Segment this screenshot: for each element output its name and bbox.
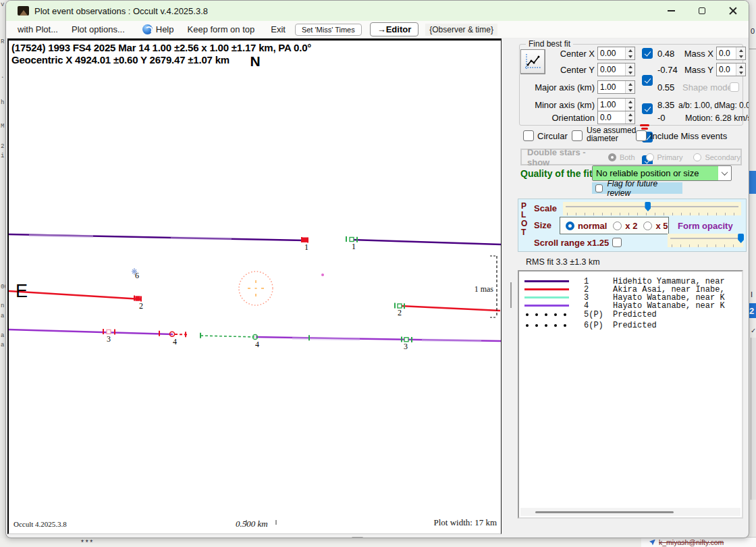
orientation-spinner[interactable]: 0.0	[597, 111, 635, 124]
spin-arrows-icon[interactable]	[625, 111, 634, 124]
spin-arrows-icon[interactable]	[625, 47, 634, 59]
maximize-button[interactable]	[686, 1, 718, 21]
slider-thumb[interactable]	[738, 234, 744, 243]
help-icon	[142, 24, 153, 34]
radio-icon	[608, 153, 616, 161]
email-text: k_miyash@nifty.com	[659, 538, 724, 546]
menu-exit[interactable]: Exit	[267, 22, 290, 36]
radio-icon	[613, 222, 622, 230]
fit-chart-button[interactable]	[520, 49, 545, 74]
legend-dot-swatch	[535, 313, 538, 316]
center-x-checkbox[interactable]	[642, 48, 653, 59]
background-left-fragment: h	[1, 99, 4, 106]
assumed-diameter-checkbox[interactable]	[572, 130, 583, 141]
mass-y-spinner[interactable]: 0.0	[716, 63, 746, 76]
legend-scrollbar-thumb[interactable]	[535, 511, 674, 513]
form-opacity-slider[interactable]	[668, 234, 743, 247]
menu-with-plot[interactable]: with Plot...	[14, 22, 62, 36]
center-y-spinner[interactable]: 0.00	[597, 63, 635, 76]
form-opacity-label: Form opacity	[678, 221, 733, 231]
right-fragment-scrollbar	[751, 338, 756, 500]
legend-entry-number: 5(P)	[584, 310, 603, 319]
background-email-fragment: k_miyash@nifty.com	[641, 537, 756, 547]
legend-scrollbar[interactable]	[520, 508, 740, 516]
major-axis-spinner[interactable]: 1.00	[597, 80, 635, 94]
motion-label: Motion: 6.28 km/s	[685, 113, 749, 123]
spin-arrows-icon[interactable]	[625, 99, 634, 111]
orientation-label: Orientation	[519, 113, 595, 123]
editor-button[interactable]: →Editor	[370, 22, 419, 36]
radio-icon	[566, 222, 574, 230]
legend-row: 5(P)Predicted	[519, 310, 742, 319]
menu-help[interactable]: Help	[138, 22, 178, 36]
circular-checkbox[interactable]	[523, 130, 534, 141]
plot-title-line1: (17524) 1993 FS4 2025 Mar 14 1.00 ±2.56 …	[11, 42, 311, 53]
plot-letter-t: T	[521, 228, 526, 237]
occult-plot-window: Plot event observations : Occult v.4.202…	[5, 0, 749, 538]
menu-plot-options[interactable]: Plot options...	[68, 22, 129, 36]
plot-title-line2: Geocentric X 4924.01 ±0.60 Y 2679.47 ±1.…	[11, 54, 230, 66]
background-window-right-strip: 0 I ✓	[749, 0, 756, 547]
major-axis-fit-value: 0.55	[657, 82, 674, 93]
panel-splitter[interactable]	[510, 282, 512, 308]
legend-entry-name: Predicted	[613, 310, 657, 319]
minimize-button[interactable]	[655, 1, 686, 21]
bottom-asterisks: * * *	[81, 539, 92, 546]
spin-arrows-icon[interactable]	[736, 47, 745, 59]
svg-text:E: E	[16, 281, 28, 301]
include-miss-label: Include Miss events	[650, 131, 727, 141]
include-miss-checkbox[interactable]	[636, 130, 647, 141]
legend-dot-swatch	[564, 313, 566, 316]
center-x-spinner[interactable]: 0.00	[597, 47, 635, 60]
radio-icon	[693, 153, 701, 161]
set-miss-times-button[interactable]: Set 'Miss' Times	[295, 24, 362, 36]
radio-icon	[643, 222, 652, 230]
scroll-range-checkbox[interactable]	[612, 238, 622, 247]
chevron-down-icon[interactable]	[718, 166, 731, 180]
center-y-checkbox[interactable]	[642, 75, 653, 86]
titlebar[interactable]: Plot event observations : Occult v.4.202…	[6, 1, 749, 21]
major-axis-label: Major axis (km)	[519, 82, 595, 93]
minimize-icon	[668, 10, 675, 11]
slider-thumb[interactable]	[645, 202, 651, 211]
minor-axis-spinner[interactable]: 1.00	[597, 98, 635, 111]
size-label: Size	[534, 220, 551, 230]
right-fragment-badge: 2	[749, 303, 756, 318]
svg-text:1: 1	[352, 242, 356, 251]
window-resize-grip[interactable]	[352, 537, 363, 538]
red-marker-top	[640, 124, 649, 126]
window-title: Plot event observations : Occult v.4.202…	[34, 6, 208, 16]
plot-letter-o: O	[521, 219, 527, 228]
legend-dot-swatch	[545, 313, 547, 316]
spin-arrows-icon[interactable]	[736, 63, 745, 76]
right-fragment-char: 0	[751, 27, 755, 35]
mass-x-spinner[interactable]: 0.0	[716, 47, 746, 60]
background-left-fragment: n	[1, 303, 4, 309]
scale-label: Scale	[534, 203, 557, 213]
menubar: with Plot... Plot options... Help Keep f…	[6, 21, 749, 38]
close-button[interactable]	[718, 1, 749, 21]
flag-review-checkbox[interactable]	[595, 184, 603, 192]
background-left-fragment: a	[1, 313, 4, 319]
major-axis-checkbox[interactable]	[642, 103, 653, 114]
spin-arrows-icon[interactable]	[625, 63, 634, 76]
plot-scale-slider[interactable]	[563, 202, 741, 215]
size-x5-option[interactable]: x 5	[643, 221, 668, 231]
legend-dot-swatch	[526, 324, 529, 327]
shape-model-label: Shape model	[682, 82, 734, 93]
right-fragment-i: I	[751, 290, 753, 298]
quality-label: Quality of the fit	[520, 168, 593, 179]
double-stars-label: Double stars - show	[527, 147, 596, 167]
size-normal-option[interactable]: normal	[566, 221, 607, 231]
mass-x-label: Mass X	[681, 49, 713, 59]
spin-arrows-icon[interactable]	[625, 81, 634, 93]
size-x2-option[interactable]: x 2	[613, 221, 637, 231]
find-best-fit-legend: Find best fit	[526, 39, 573, 49]
background-left-fragment: i	[1, 153, 4, 159]
plot-area[interactable]: 1 masNE112233446 (17524) 1993 FS4 2025 M…	[7, 38, 502, 534]
menu-keep-on-top[interactable]: Keep form on top	[184, 22, 259, 36]
legend-line-swatch	[524, 288, 569, 290]
double-stars-primary: Primary	[646, 153, 683, 161]
legend-entry-name: Hayato Watanabe, near K	[613, 301, 725, 311]
plot-canvas[interactable]: 1 masNE112233446	[9, 41, 501, 533]
